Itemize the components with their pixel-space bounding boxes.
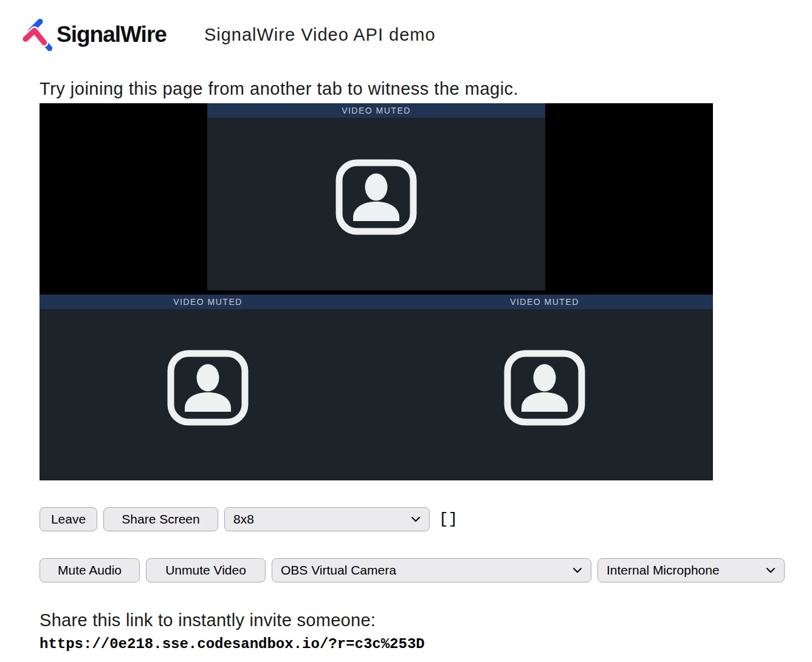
layout-select-value: 8x8 — [233, 512, 254, 527]
share-link-label: Share this link to instantly invite some… — [40, 610, 812, 630]
brand-wordmark: SignalWire — [57, 22, 167, 47]
video-row-bottom: VIDEO MUTED VIDEO MUTED — [40, 295, 713, 480]
main-content: Try joining this page from another tab t… — [40, 79, 812, 652]
video-tile-top: VIDEO MUTED — [207, 103, 545, 290]
signalwire-logo-icon — [18, 16, 52, 53]
controls-row-1: Leave Share Screen 8x8 [] — [40, 507, 812, 531]
leave-button[interactable]: Leave — [40, 507, 97, 531]
video-row-top: VIDEO MUTED — [40, 103, 713, 295]
person-avatar-icon — [167, 349, 249, 426]
video-muted-label: VIDEO MUTED — [173, 297, 243, 307]
video-muted-banner: VIDEO MUTED — [207, 103, 545, 118]
video-tile-bottom-left: VIDEO MUTED — [40, 295, 376, 480]
camera-select[interactable]: OBS Virtual Camera — [272, 558, 591, 582]
share-screen-button[interactable]: Share Screen — [103, 507, 218, 531]
person-avatar-icon — [503, 349, 586, 426]
camera-select-value: OBS Virtual Camera — [281, 563, 396, 578]
microphone-select[interactable]: Internal Microphone — [597, 558, 785, 582]
page-title: SignalWire Video API demo — [204, 25, 436, 45]
microphone-select-value: Internal Microphone — [607, 563, 720, 578]
chevron-down-icon — [573, 567, 582, 573]
members-list-text: [] — [439, 510, 458, 528]
video-tile-bottom-right: VIDEO MUTED — [376, 295, 713, 480]
video-canvas: VIDEO MUTED VIDEO MUTED — [40, 103, 713, 480]
unmute-video-button[interactable]: Unmute Video — [146, 558, 266, 582]
intro-text: Try joining this page from another tab t… — [40, 79, 812, 99]
chevron-down-icon — [766, 567, 776, 573]
header: SignalWire SignalWire Video API demo — [0, 0, 812, 53]
chevron-down-icon — [411, 516, 421, 522]
person-avatar-icon — [335, 159, 418, 236]
controls-row-2: Mute Audio Unmute Video OBS Virtual Came… — [40, 558, 812, 582]
layout-select[interactable]: 8x8 — [224, 507, 430, 531]
video-muted-label: VIDEO MUTED — [342, 106, 411, 115]
video-muted-banner: VIDEO MUTED — [376, 295, 713, 309]
video-muted-label: VIDEO MUTED — [510, 297, 579, 307]
share-link-url: https://0e218.sse.codesandbox.io/?r=c3c%… — [40, 636, 812, 652]
video-muted-banner: VIDEO MUTED — [40, 295, 376, 309]
mute-audio-button[interactable]: Mute Audio — [40, 558, 140, 582]
